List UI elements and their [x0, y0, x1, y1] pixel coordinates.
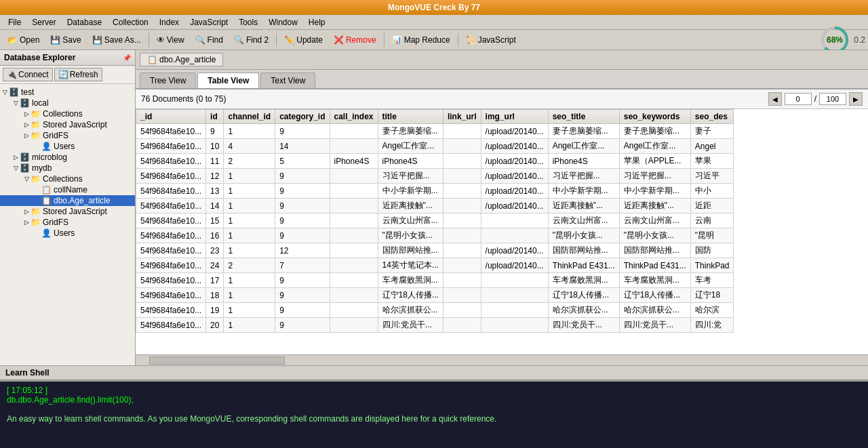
col-header-channel[interactable]: channel_id — [224, 110, 275, 124]
tab-table-view[interactable]: Table View — [197, 73, 259, 88]
table-row[interactable]: 54f9684fa6e10...919妻子患脑萎缩.../upload/2014… — [136, 124, 734, 139]
table-row[interactable]: 54f9684fa6e10...1125iPhone4SiPhone4S/upl… — [136, 154, 734, 169]
connect-label: Connect — [18, 70, 49, 79]
table-row[interactable]: 54f9684fa6e10...242714英寸笔记本.../upload/20… — [136, 258, 734, 273]
sidebar-item-local-collections[interactable]: ▷ 📁 Collections — [0, 108, 135, 119]
sidebar-item-local-stored-js[interactable]: ▷ 📁 Stored JavaScript — [0, 119, 135, 130]
sidebar-item-mydb-collections[interactable]: ▽ 📁 Collections — [0, 174, 135, 184]
col-header-id2[interactable]: id — [206, 110, 224, 124]
page-input[interactable] — [785, 93, 812, 105]
connect-button[interactable]: 🔌 Connect — [3, 68, 53, 81]
menu-javascript[interactable]: JavaScript — [184, 16, 233, 28]
table-row[interactable]: 54f9684fa6e10...1619"昆明小女孩..."昆明小女孩..."昆… — [136, 228, 734, 243]
menu-window[interactable]: Window — [263, 16, 303, 28]
menu-index[interactable]: Index — [154, 16, 184, 28]
sidebar-item-mydb-users[interactable]: ▷ 👤 Users — [0, 228, 135, 239]
table-row[interactable]: 54f9684fa6e10...1519云南文山州富...云南文山州富...云南… — [136, 213, 734, 228]
expand-icon[interactable]: ▷ — [24, 132, 29, 139]
col-header-category[interactable]: category_id — [275, 110, 330, 124]
expand-icon[interactable]: ▷ — [14, 154, 18, 161]
col-header-seo-kw[interactable]: seo_keywords — [619, 110, 690, 124]
table-row[interactable]: 54f9684fa6e10...1719车考腐败黑洞...车考腐败黑洞...车考… — [136, 273, 734, 288]
sidebar-item-local[interactable]: ▽ 🗄️ local — [0, 98, 135, 108]
col-header-img[interactable]: img_url — [481, 110, 548, 124]
col-header-link[interactable]: link_url — [443, 110, 481, 124]
col-header-id[interactable]: _id — [136, 110, 206, 124]
sidebar-item-collname[interactable]: ▷ 📋 collName — [0, 184, 135, 195]
table-row[interactable]: 54f9684fa6e10...10414Angel工作室.../upload/… — [136, 139, 734, 154]
table-row[interactable]: 54f9684fa6e10...1219习近平把握.../upload/2014… — [136, 169, 734, 184]
menu-tools[interactable]: Tools — [233, 16, 263, 28]
expand-icon[interactable]: ▽ — [14, 100, 18, 106]
prev-page-button[interactable]: ◀ — [768, 92, 782, 106]
menu-help[interactable]: Help — [303, 16, 331, 28]
open-button[interactable]: 📂 Open — [3, 32, 44, 48]
expand-icon[interactable]: ▷ — [24, 208, 29, 215]
menu-database[interactable]: Database — [62, 16, 107, 28]
table-cell-seo_des: 习近平 — [690, 169, 734, 184]
javascript-button[interactable]: 📜 JavaScript — [461, 32, 521, 48]
collection-tab-name: dbo.Age_article — [159, 55, 216, 64]
menu-file[interactable]: File — [3, 16, 26, 28]
col-header-seo-title[interactable]: seo_title — [548, 110, 619, 124]
collection-tab-item[interactable]: 📋 dbo.Age_article — [140, 53, 223, 66]
sidebar-item-mydb-gridfs[interactable]: ▷ 📁 GridFS — [0, 217, 135, 228]
table-cell-link_url — [443, 154, 481, 169]
table-cell-channel_id: 1 — [224, 243, 275, 258]
find-button[interactable]: 🔍 Find — [191, 32, 228, 48]
refresh-button[interactable]: 🔄 Refresh — [54, 68, 102, 81]
expand-icon[interactable]: ▽ — [24, 176, 29, 182]
table-container[interactable]: _id id channel_id category_id call_index… — [136, 109, 868, 354]
expand-icon[interactable]: ▷ — [24, 110, 29, 117]
expand-icon[interactable]: ▷ — [24, 121, 29, 128]
col-header-seo-des[interactable]: seo_des — [690, 110, 734, 124]
expand-icon[interactable]: ▽ — [14, 165, 18, 171]
map-reduce-button[interactable]: 📊 Map Reduce — [387, 32, 455, 48]
sidebar-item-mydb[interactable]: ▽ 🗄️ mydb — [0, 163, 135, 174]
table-row[interactable]: 54f9684fa6e10...1319中小学新学期.../upload/201… — [136, 184, 734, 199]
remove-button[interactable]: ❌ Remove — [329, 32, 381, 48]
next-page-button[interactable]: ▶ — [849, 92, 863, 106]
table-row[interactable]: 54f9684fa6e10...1419近距离接触".../upload/201… — [136, 199, 734, 213]
table-row[interactable]: 54f9684fa6e10...2019四川:党员干...四川:党员干...四川… — [136, 318, 734, 333]
tab-text-view[interactable]: Text View — [260, 73, 315, 88]
menu-collection[interactable]: Collection — [107, 16, 154, 28]
save-button[interactable]: 💾 Save — [45, 32, 85, 48]
page-max-input[interactable] — [819, 93, 846, 105]
horizontal-scrollbar[interactable] — [136, 354, 868, 365]
table-cell-title: 云南文山州富... — [378, 213, 443, 228]
sidebar-item-mydb-stored-js[interactable]: ▷ 📁 Stored JavaScript — [0, 206, 135, 217]
menu-server[interactable]: Server — [26, 16, 61, 28]
scrollbar-thumb[interactable] — [149, 357, 285, 365]
table-cell-id: 16 — [206, 228, 224, 243]
table-row[interactable]: 54f9684fa6e10...1819辽宁18人传播...辽宁18人传播...… — [136, 288, 734, 303]
view-button[interactable]: 👁 View — [152, 32, 189, 48]
table-cell-seo_keywords: 苹果（APPLE... — [619, 154, 690, 169]
table-cell-category_id: 9 — [275, 288, 330, 303]
table-cell-img_url — [481, 303, 548, 318]
table-row[interactable]: 54f9684fa6e10...23112国防部网站推.../upload/20… — [136, 243, 734, 258]
folder-icon: 📁 — [31, 207, 41, 216]
update-button[interactable]: ✏️ Update — [279, 32, 328, 48]
javascript-label: JavaScript — [478, 35, 516, 45]
map-reduce-label: Map Reduce — [404, 35, 450, 45]
col-header-title[interactable]: title — [378, 110, 443, 124]
table-cell-call_index — [330, 213, 378, 228]
tab-tree-view[interactable]: Tree View — [140, 73, 196, 88]
sidebar-item-dbo-age-article[interactable]: ▷ 📋 dbo.Age_article — [0, 195, 135, 206]
sidebar-item-microblog[interactable]: ▷ 🗄️ microblog — [0, 152, 135, 163]
separator-3 — [384, 33, 384, 47]
col-header-call[interactable]: call_index — [330, 110, 378, 124]
expand-icon[interactable]: ▷ — [24, 219, 29, 226]
sidebar-item-test[interactable]: ▽ 🗄️ test — [0, 87, 135, 98]
table-cell-call_index — [330, 199, 378, 213]
sidebar-item-local-users[interactable]: ▷ 👤 Users — [0, 141, 135, 152]
find2-button[interactable]: 🔍 Find 2 — [229, 32, 273, 48]
table-row[interactable]: 54f9684fa6e10...1919哈尔滨抓获公...哈尔滨抓获公...哈尔… — [136, 303, 734, 318]
table-body: 54f9684fa6e10...919妻子患脑萎缩.../upload/2014… — [136, 124, 734, 333]
folder-icon: 📁 — [31, 218, 41, 227]
sidebar-item-local-gridfs[interactable]: ▷ 📁 GridFS — [0, 130, 135, 141]
save-as-button[interactable]: 💾 Save As... — [87, 32, 146, 48]
expand-icon[interactable]: ▽ — [3, 89, 7, 96]
table-cell-seo_des: 中小 — [690, 184, 734, 199]
